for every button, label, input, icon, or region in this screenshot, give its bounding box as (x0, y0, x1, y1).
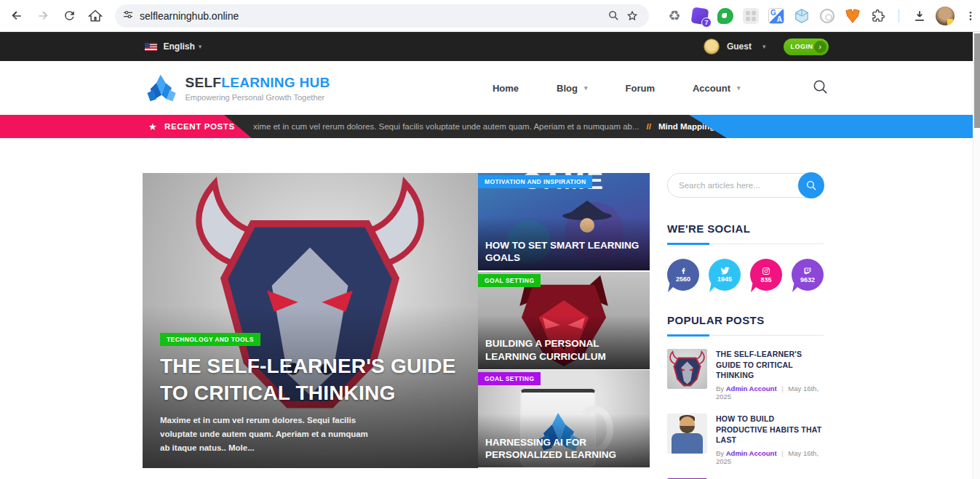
popular-posts-heading: POPULAR POSTS (667, 314, 824, 326)
bookmark-star-icon[interactable] (623, 7, 642, 25)
site-header: SELFLEARNING HUB Empowering Personal Gro… (0, 61, 973, 115)
twitter-icon (720, 267, 730, 275)
popular-post-title[interactable]: THE SELF-LEARNER'S GUIDE TO CRITICAL THI… (716, 349, 824, 381)
byline-label: By (716, 449, 724, 457)
extension-metamask-icon[interactable] (843, 7, 862, 25)
download-icon[interactable] (910, 7, 929, 25)
login-button[interactable]: LOGIN › (784, 39, 829, 55)
header-search-icon[interactable] (812, 79, 829, 98)
logo-text-accent: LEARNING HUB (221, 75, 330, 90)
extension-cube-icon[interactable] (792, 7, 811, 25)
extension-evernote-icon[interactable] (716, 7, 735, 25)
forward-button[interactable] (32, 5, 54, 27)
reload-button[interactable] (58, 5, 80, 27)
social-heading: WE'RE SOCIAL (667, 222, 824, 235)
twitch-button[interactable]: 9632 (792, 259, 824, 291)
zoom-icon[interactable] (604, 7, 623, 25)
arrow-right-icon: › (814, 41, 826, 53)
extension-camera-icon[interactable] (818, 7, 837, 25)
guest-label: Guest (727, 41, 752, 52)
chevron-down-icon: ▾ (199, 43, 202, 50)
byline-label: By (716, 385, 724, 393)
twitter-button[interactable]: 1945 (709, 259, 741, 291)
main-nav: Home Blog▾ Forum Account▾ (493, 79, 829, 98)
browser-menu-icon[interactable] (961, 7, 980, 25)
post-author-link[interactable]: Admin Account (726, 449, 777, 457)
hero-category-badge[interactable]: TECHNOLOGY AND TOOLS (160, 333, 260, 346)
post-category-badge[interactable]: GOAL SETTING (478, 372, 541, 385)
post-title[interactable]: HOW TO SET SMART LEARNING GOALS (485, 239, 640, 265)
post-card-ai-learning[interactable]: GOAL SETTING HARNESSING AI FOR PERSONALI… (478, 370, 650, 467)
hero-post-card[interactable]: TECHNOLOGY AND TOOLS THE SELF-LEARNER'S … (143, 173, 478, 468)
instagram-icon (762, 267, 770, 275)
post-category-badge[interactable]: GOAL SETTING (478, 274, 541, 287)
language-label: English (164, 41, 195, 52)
extension-badge: 7 (701, 17, 712, 28)
nav-item-account[interactable]: Account▾ (693, 83, 741, 94)
language-selector[interactable]: English ▾ (145, 41, 202, 52)
star-icon: ★ (148, 121, 157, 132)
guest-avatar (704, 39, 720, 55)
site-topbar: English ▾ Guest ▾ LOGIN › (0, 32, 973, 61)
post-card-smart-goals[interactable]: GAME MOTIVATION AND INSPIRATION HOW TO S… (478, 173, 650, 270)
post-category-badge[interactable]: MOTIVATION AND INSPIRATION (478, 175, 592, 188)
ticker-excerpt-tail: xime et in cum vel rerum dolores. Sequi … (253, 122, 640, 131)
post-card-learning-curriculum[interactable]: GOAL SETTING BUILDING A PERSONAL LEARNIN… (478, 272, 650, 369)
scrollbar-thumb[interactable] (974, 33, 980, 128)
sidebar: WE'RE SOCIAL 2560 1945 835 9632 POPULAR … (667, 173, 824, 479)
extension-shield-icon[interactable]: 7 (690, 7, 709, 25)
crystal-logo-icon (145, 73, 178, 103)
facebook-count: 2560 (676, 275, 690, 283)
recent-posts-label-wedge: ★ RECENT POSTS (0, 115, 252, 138)
hero-post-title[interactable]: THE SELF-LEARNER'S GUIDE TO CRITICAL THI… (160, 353, 461, 406)
page-scrollbar[interactable] (973, 32, 980, 479)
instagram-button[interactable]: 835 (750, 259, 782, 291)
url-text[interactable]: selflearninghub.online (140, 10, 604, 22)
popular-post-thumbnail (667, 349, 707, 389)
extensions-puzzle-icon[interactable] (869, 7, 888, 25)
twitch-count: 9632 (800, 276, 815, 283)
logo-text-primary: SELF (186, 75, 222, 90)
recent-posts-label: RECENT POSTS (164, 122, 235, 131)
twitter-count: 1945 (717, 275, 732, 283)
url-bar[interactable]: selflearninghub.online (115, 4, 649, 28)
popular-post-title[interactable]: HOW TO BUILD PRODUCTIVE HABITS THAT LAST (716, 414, 824, 446)
ticker-end-wedge (689, 115, 973, 138)
extension-grid-icon[interactable] (741, 7, 760, 25)
post-title[interactable]: HARNESSING AI FOR PERSONALIZED LEARNING (485, 436, 640, 462)
instagram-count: 835 (760, 276, 771, 283)
extension-recycle-icon[interactable]: ♻ (665, 7, 684, 25)
back-button[interactable] (6, 5, 28, 27)
chevron-down-icon: ▾ (737, 84, 741, 92)
logo-tagline: Empowering Personal Growth Together (186, 93, 330, 102)
twitch-icon (803, 267, 812, 275)
popular-post-item[interactable]: THE SELF-LEARNER'S GUIDE TO CRITICAL THI… (667, 349, 824, 400)
meta-separator: | (781, 385, 783, 393)
chevron-down-icon[interactable]: ▾ (762, 43, 766, 50)
search-button[interactable] (798, 172, 824, 198)
nav-item-blog[interactable]: Blog▾ (557, 83, 587, 94)
extension-translate-icon[interactable] (767, 7, 786, 25)
post-title[interactable]: BUILDING A PERSONAL LEARNING CURRICULUM (485, 337, 640, 363)
social-buttons: 2560 1945 835 9632 (667, 259, 824, 291)
browser-window: selflearninghub.online ♻ 7 (0, 0, 980, 479)
chevron-down-icon: ▾ (584, 84, 588, 92)
facebook-button[interactable]: 2560 (667, 259, 699, 291)
home-button[interactable] (84, 5, 106, 27)
popular-post-item[interactable]: HOW TO BUILD PRODUCTIVE HABITS THAT LAST… (667, 414, 824, 465)
profile-avatar[interactable] (936, 7, 955, 25)
browser-toolbar: selflearninghub.online ♻ 7 (0, 0, 980, 32)
hero-post-excerpt: Maxime et in cum vel rerum dolores. Sequ… (160, 414, 375, 455)
post-author-link[interactable]: Admin Account (726, 385, 777, 393)
recent-posts-ticker: xime et in cum vel rerum dolores. Sequi … (0, 115, 973, 138)
nav-item-forum[interactable]: Forum (626, 83, 655, 94)
site-logo[interactable]: SELFLEARNING HUB Empowering Personal Gro… (145, 73, 330, 103)
heading-rule (667, 335, 824, 336)
ticker-separator: // (647, 122, 651, 131)
us-flag-icon (145, 43, 157, 51)
nav-item-home[interactable]: Home (493, 83, 519, 94)
heading-rule (667, 243, 824, 244)
facebook-icon (680, 267, 688, 275)
site-info-icon[interactable] (122, 9, 134, 23)
search-icon (805, 180, 817, 191)
